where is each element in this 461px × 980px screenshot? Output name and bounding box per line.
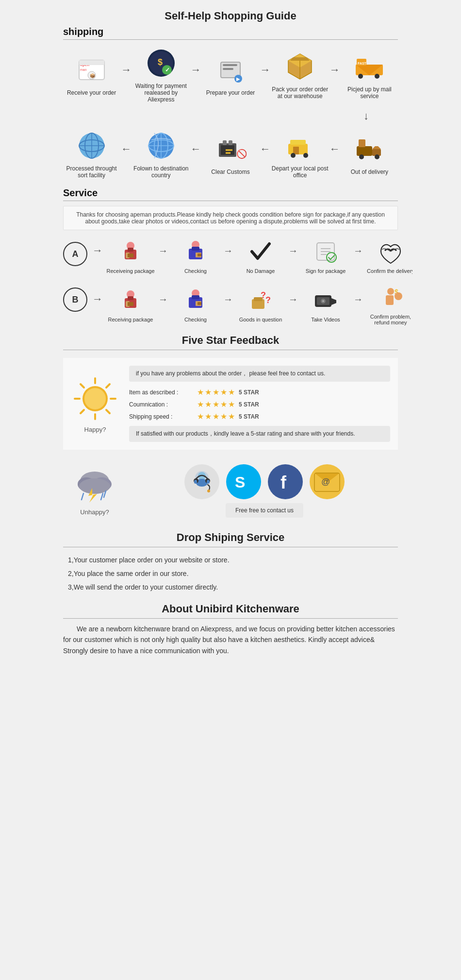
- arrow-r1: ←: [329, 143, 341, 155]
- rating-row-0: Item as described : ★ ★ ★ ★ ★ 5 STAR: [129, 388, 390, 397]
- step-take-videos: Take Videos: [299, 286, 352, 322]
- svg-point-26: [375, 74, 379, 79]
- feedback-happy-row: Happy? if you have any problems about th…: [63, 358, 398, 450]
- feedback-title: Five Star Feedback: [63, 334, 398, 350]
- depart-post-icon: [283, 129, 316, 162]
- svg-text:@: @: [321, 477, 330, 487]
- arrow-r4: ←: [120, 143, 132, 155]
- svg-rect-117: [207, 480, 210, 484]
- unhappy-label: Unhappy?: [80, 508, 109, 516]
- a-init-arrow: →: [91, 244, 104, 257]
- clear-customs-icon: 🚫: [214, 133, 247, 166]
- svg-text:man: man: [80, 68, 87, 71]
- flow-label-out-delivery: Out of delivery: [351, 169, 388, 175]
- step-checking-a: Checking: [169, 237, 222, 274]
- a-arrow2: →: [222, 245, 234, 256]
- feedback-bubble-top: if you have any problems about the order…: [129, 366, 390, 382]
- flow-label-prepare: Prepare your order: [206, 89, 255, 96]
- pickup-mail-icon: FAST: [353, 50, 386, 83]
- waiting-payment-icon: $ ✓: [145, 47, 178, 80]
- svg-rect-34: [290, 140, 306, 145]
- svg-point-89: [387, 288, 394, 295]
- service-steps-a: → Receiveing package →: [91, 237, 412, 274]
- svg-rect-57: [128, 248, 133, 252]
- step-receive-pkg-b: Receiving package: [104, 286, 157, 322]
- receive-pkg-a-icon: [116, 237, 145, 266]
- svg-rect-64: [198, 253, 201, 256]
- step-label-confirm-delivery: Confirm the delivery: [367, 268, 412, 274]
- arrow-r3: ←: [189, 143, 202, 155]
- step-label-confirm-refund: Confirm problem, refund money: [364, 314, 412, 325]
- rating-row-1: Coumnication : ★ ★ ★ ★ ★ 5 STAR: [129, 400, 390, 409]
- flow-label-sort: Processed throught sort facility: [63, 165, 120, 179]
- step-label-receive-b: Receiving package: [108, 317, 153, 322]
- rating-row-2: Shipping speed : ★ ★ ★ ★ ★ 5 STAR: [129, 412, 390, 421]
- flow-item-pickup: FAST Picjed up by mail service: [341, 50, 398, 100]
- feedback-section: Five Star Feedback: [63, 334, 398, 523]
- contact-bubble: Free free to contact us: [226, 503, 303, 518]
- drop-item-1: 2,You place the same order in our store.: [68, 567, 393, 580]
- flow-item-receive: open man 📦 Receive your order: [63, 53, 120, 96]
- svg-point-102: [84, 388, 106, 409]
- sort-facility-icon: [75, 129, 108, 162]
- b-arrow2: →: [222, 294, 234, 305]
- shipping-section: shipping open man 📦 Receive your order: [63, 26, 398, 179]
- step-goods-question: ? ? Goods in question: [234, 286, 287, 322]
- svg-point-88: [322, 300, 324, 302]
- flow-label-pickup: Picjed up by mail service: [341, 86, 398, 100]
- flow-label-destination: Folown to destination country: [132, 165, 189, 179]
- step-label-receive-a: Receiveing package: [106, 268, 154, 274]
- stars-1: ★ ★ ★ ★ ★: [197, 400, 235, 409]
- shipping-row2: Out of delivery ← Depart your local post…: [63, 129, 398, 179]
- step-confirm-delivery: Confirm the delivery: [364, 237, 412, 274]
- star-label-2: 5 STAR: [239, 413, 259, 420]
- svg-point-31: [375, 154, 379, 159]
- svg-text:📦: 📦: [90, 73, 96, 79]
- svg-rect-79: [198, 302, 201, 305]
- step-label-sign: Sign for package: [306, 268, 346, 274]
- svg-line-99: [106, 384, 110, 388]
- drop-shipping-list: 1,Your customer place order on your webs…: [63, 553, 398, 594]
- flow-item-pack: Pack your order order at our warehouse: [272, 50, 329, 100]
- svg-point-30: [359, 154, 364, 159]
- step-label-goods-question: Goods in question: [239, 317, 282, 322]
- b-arrow3: →: [287, 294, 299, 305]
- a-arrow4: →: [352, 245, 364, 256]
- svg-point-118: [207, 490, 210, 492]
- svg-rect-32: [359, 139, 365, 147]
- svg-marker-86: [331, 298, 336, 305]
- svg-rect-72: [128, 296, 133, 300]
- service-section: Service Thanks for choosing apeman produ…: [63, 187, 398, 325]
- svg-line-108: [82, 493, 83, 500]
- flow-item-out-delivery: Out of delivery: [341, 133, 398, 175]
- checking-b-icon: [181, 286, 210, 315]
- cloud-rain-icon: [73, 467, 116, 506]
- headset-contact-icon: [184, 464, 219, 499]
- goods-question-icon: ? ?: [246, 286, 275, 315]
- rating-label-0: Item as described :: [129, 389, 197, 396]
- svg-line-97: [81, 384, 84, 388]
- svg-rect-41: [229, 140, 232, 145]
- arrow1: →: [120, 64, 132, 76]
- feedback-bubble-bottom: If satisfied with our products，kindly le…: [129, 426, 390, 442]
- svg-point-92: [395, 292, 402, 300]
- receive-pkg-b-icon: [116, 286, 145, 315]
- step-label-no-damage: No Damage: [247, 268, 275, 274]
- feedback-right: if you have any problems about the order…: [129, 366, 390, 442]
- svg-rect-90: [386, 295, 394, 305]
- email-contact-icon: @: [310, 464, 345, 499]
- contact-icons-row: S f: [184, 464, 345, 499]
- step-no-damage: No Damage: [234, 237, 287, 274]
- service-row-a: A → Receiveing package →: [63, 237, 398, 274]
- step-label-take-videos: Take Videos: [311, 317, 340, 322]
- down-arrow: ↓: [63, 110, 398, 122]
- arrow2: →: [189, 64, 202, 76]
- sun-icon: [71, 374, 119, 423]
- drop-item-0: 1,Your customer place order on your webs…: [68, 553, 393, 567]
- step-label-checking-b: Checking: [184, 317, 207, 322]
- svg-marker-20: [290, 57, 310, 61]
- svg-line-109: [101, 493, 103, 500]
- svg-line-100: [81, 410, 84, 413]
- checking-a-icon: [181, 237, 210, 266]
- svg-text:✓: ✓: [165, 67, 170, 73]
